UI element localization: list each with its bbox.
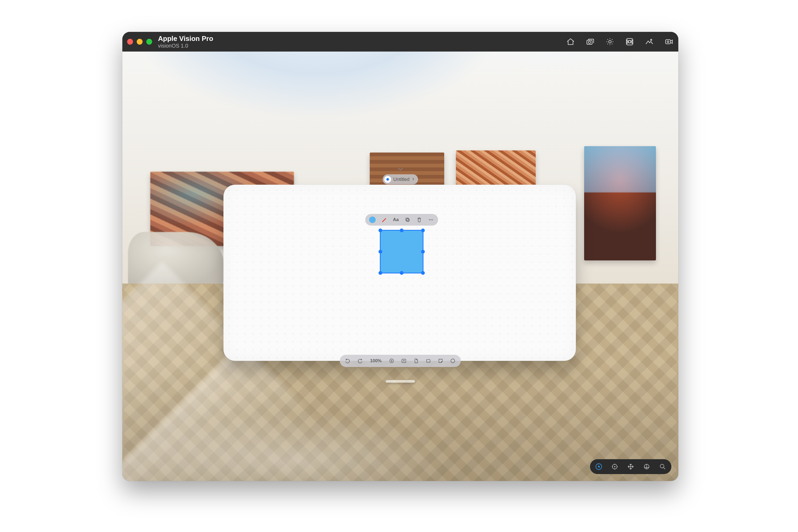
orbit-mode-button[interactable] [643, 463, 651, 471]
camera-multi-icon[interactable] [586, 37, 595, 46]
shape-icon[interactable] [425, 358, 432, 364]
text-tool-button[interactable]: Aa [392, 216, 399, 223]
sticky-note-icon[interactable] [438, 358, 444, 364]
simulator-viewport[interactable]: Untitled Aa [122, 52, 678, 481]
simulator-window: Apple Vision Pro visionOS 1.0 [122, 32, 678, 481]
document-icon[interactable] [413, 358, 419, 364]
svg-rect-3 [627, 39, 633, 45]
svg-rect-5 [666, 40, 670, 44]
svg-point-4 [651, 39, 652, 41]
svg-point-2 [609, 40, 611, 43]
resize-handle-e[interactable] [421, 250, 425, 253]
document-title-area: Untitled [382, 167, 418, 185]
add-icon[interactable] [388, 358, 395, 364]
window-controls [127, 39, 152, 45]
window-subtitle: visionOS 1.0 [158, 43, 213, 49]
rectangle-shape[interactable] [380, 230, 423, 273]
window-title: Apple Vision Pro [158, 35, 213, 42]
app-icon [384, 176, 391, 183]
context-toolbar: Aa [365, 214, 438, 226]
home-icon[interactable] [566, 37, 575, 46]
brightness-icon[interactable] [605, 37, 615, 46]
wall-art-right [584, 146, 656, 261]
target-mode-button[interactable] [611, 463, 619, 471]
bottom-toolbar: 100% [340, 355, 461, 367]
command-icon[interactable] [625, 37, 634, 46]
window-grab-bar[interactable] [386, 380, 415, 383]
svg-rect-15 [427, 359, 430, 362]
duplicate-icon[interactable] [404, 216, 411, 223]
svg-point-21 [660, 464, 664, 468]
selected-shape[interactable]: Aa [380, 230, 423, 273]
text-icon[interactable] [450, 358, 456, 364]
chevron-right-icon [412, 177, 415, 182]
pan-mode-button[interactable] [627, 463, 635, 471]
svg-rect-8 [406, 219, 409, 222]
pointer-mode-button[interactable] [595, 463, 603, 471]
floor-light-beam [122, 341, 374, 481]
record-icon[interactable] [665, 37, 673, 46]
svg-point-7 [386, 178, 389, 181]
document-name: Untitled [393, 177, 410, 182]
fill-color-swatch[interactable] [369, 216, 376, 223]
undo-icon[interactable] [344, 358, 351, 364]
close-button[interactable] [127, 39, 133, 45]
trash-icon[interactable] [416, 216, 423, 223]
zoom-mode-button[interactable] [659, 463, 667, 471]
titlebar: Apple Vision Pro visionOS 1.0 [122, 32, 678, 52]
text-tool-label: Aa [393, 217, 399, 223]
svg-rect-0 [587, 40, 592, 44]
chevron-down-icon[interactable] [398, 167, 403, 172]
title-text: Apple Vision Pro visionOS 1.0 [158, 35, 213, 49]
svg-rect-9 [406, 218, 409, 221]
svg-point-19 [614, 466, 615, 467]
svg-point-18 [612, 464, 617, 469]
fullscreen-button[interactable] [146, 39, 152, 45]
svg-point-1 [588, 41, 591, 43]
resize-handle-se[interactable] [421, 271, 425, 275]
insert-image-icon[interactable] [401, 358, 407, 364]
resize-handle-ne[interactable] [421, 229, 425, 232]
no-fill-icon[interactable] [381, 216, 387, 223]
zoom-level[interactable]: 100% [369, 358, 382, 363]
svg-point-11 [430, 220, 431, 220]
resize-handle-s[interactable] [400, 271, 403, 275]
resize-handle-sw[interactable] [379, 271, 382, 275]
titlebar-actions [566, 37, 673, 46]
camera-controls [590, 459, 671, 474]
canvas-window[interactable]: Aa [223, 185, 576, 361]
svg-point-12 [432, 220, 433, 220]
redo-icon[interactable] [357, 358, 363, 364]
more-icon[interactable] [428, 216, 434, 223]
svg-point-6 [667, 41, 669, 42]
minimize-button[interactable] [137, 39, 143, 45]
landscape-icon[interactable] [645, 37, 654, 46]
document-chip[interactable]: Untitled [382, 174, 418, 185]
svg-point-10 [429, 220, 430, 220]
svg-point-16 [451, 359, 455, 363]
